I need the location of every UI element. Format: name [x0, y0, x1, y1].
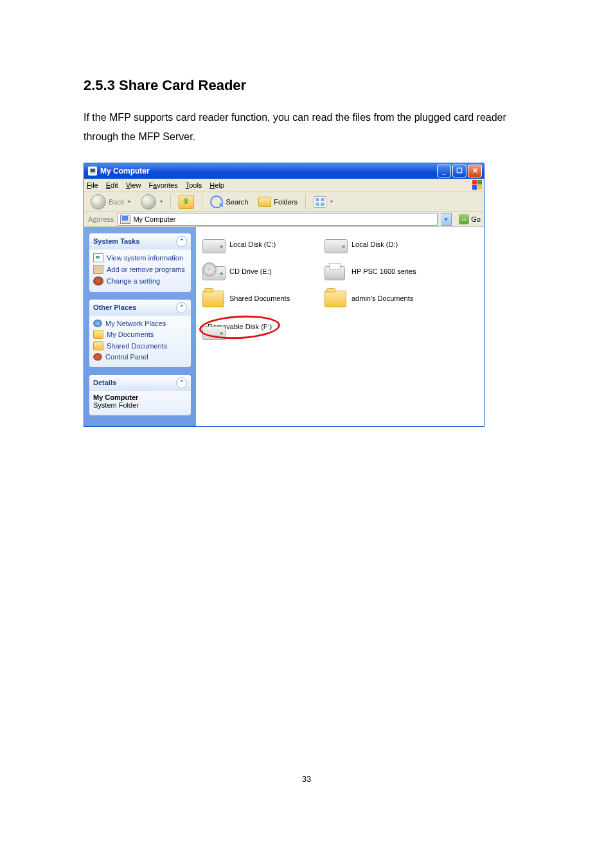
drive-label: Local Disk (C:) — [229, 240, 276, 248]
place-label: My Network Places — [105, 320, 166, 327]
forward-button[interactable]: → ▾ — [137, 194, 166, 210]
section-paragraph: If the MFP supports card reader function… — [84, 108, 529, 147]
close-button[interactable]: ✕ — [468, 165, 482, 177]
address-value: My Computer — [133, 215, 175, 223]
collapse-button[interactable]: ⌃ — [176, 236, 187, 247]
folders-icon — [258, 197, 271, 207]
page-number: 33 — [84, 774, 529, 784]
views-button[interactable]: ▾ — [310, 194, 337, 210]
place-my-documents[interactable]: My Documents — [93, 329, 187, 340]
search-label: Search — [226, 198, 248, 206]
chevron-down-icon: ▾ — [160, 199, 163, 204]
folder-icon — [324, 291, 346, 307]
collapse-button[interactable]: ⌃ — [176, 302, 187, 313]
folders-button[interactable]: Folders — [254, 194, 301, 210]
place-shared-docs[interactable]: Shared Documents — [93, 340, 187, 352]
forward-arrow-icon: → — [141, 194, 156, 210]
task-label: View system information — [107, 254, 183, 262]
task-view-system-info[interactable]: View system information — [93, 252, 187, 264]
gear-icon — [93, 276, 103, 285]
address-bar: Address My Computer ▾ → Go — [84, 212, 484, 227]
task-label: Change a setting — [107, 277, 160, 285]
drive-label: CD Drive (E:) — [229, 267, 271, 275]
window-title: My Computer — [100, 167, 436, 176]
menu-bar: File Edit View Favorites Tools Help — [84, 179, 484, 192]
back-button[interactable]: ← Back ▾ — [87, 194, 134, 210]
menu-help[interactable]: Help — [209, 181, 224, 189]
menu-favorites[interactable]: Favorites — [148, 181, 177, 189]
up-one-level-button[interactable] — [175, 194, 198, 210]
drive-cd-e[interactable]: CD Drive (E:) — [202, 259, 324, 284]
chevron-down-icon: ▾ — [330, 199, 333, 204]
control-panel-icon — [93, 353, 102, 361]
folder-up-icon — [179, 195, 194, 209]
folders-label: Folders — [274, 198, 298, 206]
maximize-button[interactable]: ☐ — [452, 165, 466, 177]
folder-admins-documents[interactable]: admin's Documents — [324, 286, 447, 311]
back-arrow-icon: ← — [91, 194, 106, 210]
folder-shared-documents[interactable]: Shared Documents — [202, 286, 324, 311]
hard-disk-icon — [202, 239, 226, 253]
my-computer-icon: 💻 — [88, 167, 97, 176]
search-button[interactable]: Search — [206, 194, 252, 210]
collapse-button[interactable]: ⌃ — [176, 377, 187, 388]
menu-edit[interactable]: Edit — [106, 181, 118, 189]
minimize-button[interactable]: _ — [437, 165, 451, 177]
info-icon — [93, 253, 103, 262]
explorer-sidebar: System Tasks ⌃ View system information A… — [84, 227, 196, 426]
task-change-setting[interactable]: Change a setting — [93, 275, 187, 287]
system-tasks-title: System Tasks — [93, 237, 140, 245]
views-icon — [314, 196, 326, 208]
section-heading: 2.5.3 Share Card Reader — [84, 77, 529, 94]
box-icon — [93, 265, 103, 274]
folder-contents: Local Disk (C:) Local Disk (D:) CD Drive… — [196, 227, 484, 426]
task-add-remove-programs[interactable]: Add or remove programs — [93, 264, 187, 275]
back-label: Back — [109, 198, 124, 206]
details-panel: Details ⌃ My Computer System Folder — [89, 375, 191, 415]
address-field[interactable]: My Computer — [118, 213, 438, 226]
drive-label: Shared Documents — [229, 294, 290, 302]
place-label: Shared Documents — [107, 342, 167, 350]
details-name: My Computer — [93, 393, 138, 401]
drive-label: Local Disk (D:) — [351, 240, 398, 248]
hard-disk-icon — [324, 239, 348, 253]
toolbar-separator — [170, 195, 171, 209]
titlebar[interactable]: 💻 My Computer _ ☐ ✕ — [84, 163, 484, 179]
windows-flag-icon — [472, 180, 482, 190]
drive-local-d[interactable]: Local Disk (D:) — [324, 232, 447, 257]
task-label: Add or remove programs — [107, 266, 185, 273]
place-network[interactable]: My Network Places — [93, 318, 187, 329]
toolbar: ← Back ▾ → ▾ Search Folders — [84, 192, 484, 212]
search-icon — [210, 195, 223, 208]
go-label: Go — [471, 215, 481, 223]
menu-view[interactable]: View — [126, 181, 141, 189]
drive-label: admin's Documents — [351, 294, 413, 302]
address-label: Address — [88, 215, 114, 223]
menu-file[interactable]: File — [87, 181, 98, 189]
place-control-panel[interactable]: Control Panel — [93, 352, 187, 362]
details-type: System Folder — [93, 401, 139, 409]
drive-local-c[interactable]: Local Disk (C:) — [202, 232, 324, 257]
other-places-title: Other Places — [93, 303, 136, 311]
go-button[interactable]: → Go — [456, 214, 484, 224]
place-label: My Documents — [107, 330, 154, 338]
folder-icon — [202, 291, 224, 307]
system-tasks-panel: System Tasks ⌃ View system information A… — [89, 233, 191, 292]
printer-icon — [324, 266, 345, 280]
cd-icon — [202, 262, 217, 276]
drive-label: HP PSC 1600 series — [351, 267, 416, 275]
menu-tools[interactable]: Tools — [186, 181, 202, 189]
go-arrow-icon: → — [459, 214, 469, 224]
drive-removable-f[interactable]: Removable Disk (F:) — [202, 313, 324, 340]
toolbar-separator — [305, 195, 306, 209]
folder-icon — [93, 341, 103, 350]
removable-disk-icon — [202, 326, 226, 340]
my-computer-small-icon — [120, 215, 130, 224]
printer-hp-psc-1600[interactable]: HP PSC 1600 series — [324, 259, 447, 284]
other-places-panel: Other Places ⌃ My Network Places My Docu… — [89, 300, 191, 367]
network-icon — [93, 320, 102, 327]
folder-icon — [93, 330, 103, 339]
place-label: Control Panel — [105, 353, 148, 361]
address-dropdown-button[interactable]: ▾ — [441, 213, 452, 226]
details-title: Details — [93, 379, 116, 386]
